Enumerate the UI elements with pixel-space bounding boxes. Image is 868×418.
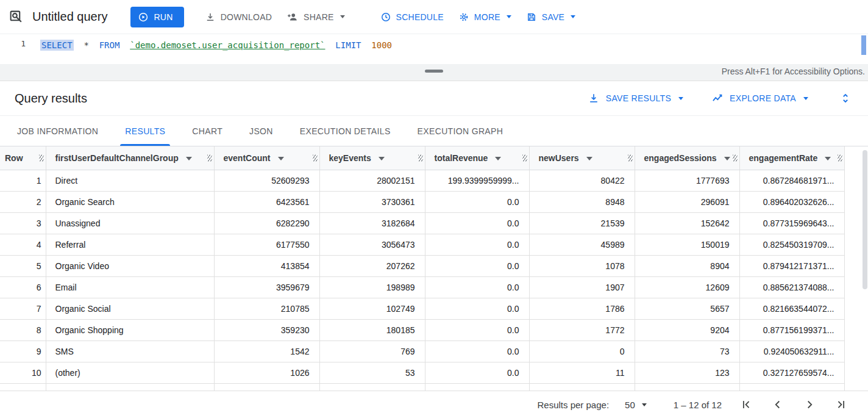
row-number-cell: 1 <box>0 170 46 191</box>
table-cell: 123 <box>635 362 739 383</box>
page-range-label: 1 – 12 of 12 <box>674 400 722 410</box>
save-button[interactable]: SAVE <box>519 7 583 27</box>
sort-caret-icon[interactable] <box>586 157 592 160</box>
table-cell: Referral <box>46 234 214 255</box>
previous-page-button[interactable] <box>762 392 794 417</box>
table-row: 10(other)1026530.0111230.327127659574... <box>0 362 844 383</box>
sort-caret-icon[interactable] <box>495 157 501 160</box>
page-size-select[interactable]: 50 <box>625 400 647 410</box>
table-cell: 227 <box>214 383 319 391</box>
chevron-right-icon <box>803 398 816 411</box>
tab-execution-details[interactable]: EXECUTION DETAILS <box>286 116 404 146</box>
column-header-keyEvents[interactable]: keyEvents <box>319 146 425 170</box>
tab-execution-graph[interactable]: EXECUTION GRAPH <box>404 116 517 146</box>
sort-caret-icon[interactable] <box>379 157 385 160</box>
table-scrollbar[interactable] <box>863 150 867 387</box>
column-header-engagementRate[interactable]: engagementRate <box>739 146 844 170</box>
column-resize-handle[interactable] <box>733 154 738 161</box>
table-cell: 6423561 <box>214 191 319 212</box>
table-row: 3Unassigned628229031826840.0215391526420… <box>0 212 844 234</box>
column-resize-handle[interactable] <box>39 154 44 161</box>
table-row: 6Email39596791989890.01907126090.8856213… <box>0 276 844 298</box>
editor-results-splitter: Press Alt+F1 for Accessibility Options. <box>0 64 868 81</box>
results-tabs: JOB INFORMATIONRESULTSCHARTJSONEXECUTION… <box>0 116 868 146</box>
table-row: 1Direct5260929328002151199.9399959999...… <box>0 170 844 191</box>
expand-results-button[interactable] <box>839 92 852 105</box>
tab-chart[interactable]: CHART <box>179 116 236 146</box>
share-label: SHARE <box>304 12 333 22</box>
query-results-title: Query results <box>15 92 87 106</box>
table-cell: 0 <box>529 383 635 391</box>
tab-job-information[interactable]: JOB INFORMATION <box>4 116 112 146</box>
run-button[interactable]: RUN <box>130 7 183 27</box>
column-resize-handle[interactable] <box>418 154 423 161</box>
share-button[interactable]: SHARE <box>279 6 352 28</box>
download-button[interactable]: DOWNLOAD <box>197 7 279 27</box>
chevron-down-icon <box>571 15 575 18</box>
sql-editor[interactable]: 1 SELECT * FROM `demo.demoset.user_acqui… <box>0 34 868 64</box>
accessibility-hint: Press Alt+F1 for Accessibility Options. <box>722 67 865 76</box>
more-button[interactable]: MORE <box>451 7 519 27</box>
row-number-cell: 7 <box>0 298 46 319</box>
table-cell: 3959679 <box>214 276 319 298</box>
column-resize-handle[interactable] <box>838 154 842 161</box>
table-cell: 0.0 <box>425 341 529 362</box>
sort-caret-icon[interactable] <box>186 157 192 160</box>
column-resize-handle[interactable] <box>313 154 318 161</box>
editor-scrollbar-thumb[interactable] <box>861 35 866 55</box>
more-label: MORE <box>474 12 500 22</box>
sql-code-line[interactable]: SELECT * FROM `demo.demoset.user_acquisi… <box>32 34 868 64</box>
table-reference-link[interactable]: `demo.demoset.user_acquisition_report` <box>130 40 325 50</box>
last-page-button[interactable] <box>825 392 857 417</box>
table-cell: 11 <box>529 362 635 383</box>
unfold-chevrons-icon <box>839 92 852 105</box>
table-cell: Paid Social <box>46 383 214 391</box>
column-header-engagedSessions[interactable]: engagedSessions <box>635 146 739 170</box>
column-header-firstUserDefaultChannelGroup[interactable]: firstUserDefaultChannelGroup <box>46 146 214 170</box>
table-cell: 0.0 <box>425 191 529 212</box>
table-header-row: RowfirstUserDefaultChannelGroupeventCoun… <box>0 146 844 170</box>
tab-results[interactable]: RESULTS <box>112 116 179 146</box>
column-resize-handle[interactable] <box>522 154 527 161</box>
play-circle-icon <box>138 12 149 23</box>
sort-caret-icon[interactable] <box>278 157 284 160</box>
chevron-down-icon <box>507 15 511 18</box>
table-cell: 0.924050632911... <box>739 341 844 362</box>
table-scrollbar-thumb[interactable] <box>863 150 867 289</box>
table-cell: 80422 <box>529 170 635 191</box>
line-number: 1 <box>0 34 32 64</box>
schedule-button[interactable]: SCHEDULE <box>373 7 451 27</box>
first-page-button[interactable] <box>730 392 762 417</box>
sql-limit-value: 1000 <box>371 40 392 50</box>
explore-data-button[interactable]: EXPLORE DATA <box>711 92 808 104</box>
table-cell: 0.0 <box>425 255 529 276</box>
column-header-newUsers[interactable]: newUsers <box>529 146 635 170</box>
save-results-button[interactable]: SAVE RESULTS <box>588 92 683 104</box>
column-header-Row[interactable]: Row <box>0 146 46 170</box>
chevron-left-icon <box>771 398 784 411</box>
table-cell: 180185 <box>319 319 425 341</box>
sort-caret-icon[interactable] <box>724 157 730 160</box>
table-cell: 150019 <box>635 234 739 255</box>
table-cell: 198989 <box>319 276 425 298</box>
column-resize-handle[interactable] <box>207 154 212 161</box>
table-cell: Organic Shopping <box>46 319 214 341</box>
table-cell: 102749 <box>319 298 425 319</box>
column-header-totalRevenue[interactable]: totalRevenue <box>425 146 529 170</box>
splitter-drag-handle[interactable] <box>425 70 443 73</box>
table-cell: 104 <box>319 383 425 391</box>
column-header-eventCount[interactable]: eventCount <box>214 146 319 170</box>
table-cell: 1.0 <box>739 383 844 391</box>
table-cell: 0.0 <box>425 383 529 391</box>
save-results-label: SAVE RESULTS <box>606 93 671 103</box>
table-cell: 769 <box>319 341 425 362</box>
tab-json[interactable]: JSON <box>236 116 286 146</box>
table-row: 7Organic Social2107851027490.0178656570.… <box>0 298 844 319</box>
table-row: 9SMS15427690.00730.924050632911... <box>0 341 844 362</box>
person-add-icon <box>286 11 299 23</box>
sort-caret-icon[interactable] <box>825 157 831 160</box>
sql-star: * <box>84 40 88 50</box>
next-page-button[interactable] <box>794 392 825 417</box>
table-cell: 413854 <box>214 255 319 276</box>
column-resize-handle[interactable] <box>628 154 633 161</box>
